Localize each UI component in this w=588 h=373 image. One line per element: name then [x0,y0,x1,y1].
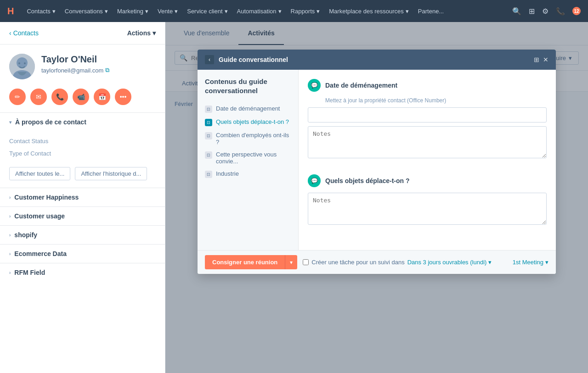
modal-window-actions: ⊞ ✕ [534,56,548,63]
follow-up-checkbox-label: Créer une tâche pour un suivi dans Dans … [303,259,492,266]
call-button[interactable]: 📞 [51,89,68,105]
question-notes-2[interactable] [308,193,547,225]
guide-item-quels[interactable]: ⊡ Quels objets déplace-t-on ? [205,116,291,129]
email-button[interactable]: ✉ [30,89,47,105]
question-input-1[interactable] [308,107,547,122]
customer-usage-label: Customer usage [14,212,65,220]
show-buttons: Afficher toutes le... Afficher l'histori… [0,167,165,188]
nav-marketplace[interactable]: Marketplace des ressources ▾ [329,8,409,15]
show-history-button[interactable]: Afficher l'historique d... [75,167,147,180]
modal-collapse-icon[interactable]: ‹ [205,55,214,64]
follow-up-checkbox[interactable] [303,259,309,265]
notification-badge[interactable]: 12 [572,7,581,15]
modal-expand-button[interactable]: ⊞ [534,56,539,63]
nav-service[interactable]: Service client ▾ [187,8,227,15]
follow-up-date-link[interactable]: Dans 3 jours ouvrables (lundi) ▾ [407,259,492,266]
customer-usage-section: › Customer usage [0,206,165,225]
video-button[interactable]: 📹 [73,89,89,105]
modal-footer: Consigner une réunion ▾ Créer une tâche … [198,250,556,274]
actions-button[interactable]: Actions ▾ [127,29,156,37]
shopify-section: › shopify [0,225,165,244]
guide-item-perspective[interactable]: ⊡ Cette perspective vous convie... [205,148,291,167]
modal-close-button[interactable]: ✕ [543,56,548,63]
guide-item-date[interactable]: ⊡ Date de déménagement [205,102,291,116]
modal-header: ‹ Guide conversationnel ⊞ ✕ [198,50,556,70]
nav-rapports[interactable]: Rapports ▾ [291,8,320,15]
contacts-breadcrumb[interactable]: ‹ Contacts [9,29,39,37]
guide-item-icon: ⊡ [205,119,212,126]
ecommerce-label: Ecommerce Data [14,250,67,257]
about-section-header[interactable]: ▾ À propos de ce contact [0,112,165,131]
field-label-type: Type of Contact [9,150,51,157]
modal-title: Guide conversationnel [219,56,529,63]
nav-marketing[interactable]: Marketing ▾ [117,8,148,15]
nav-conversations[interactable]: Conversations ▾ [65,8,108,15]
hubspot-logo: H [7,6,14,17]
svg-point-1 [17,57,28,68]
follow-up-text: Créer une tâche pour un suivi dans [311,259,404,266]
svg-point-4 [24,62,26,64]
guide-modal: ‹ Guide conversationnel ⊞ ✕ Contenus du … [198,50,556,274]
schedule-button[interactable]: 📅 [94,89,110,105]
question-icon-1: 💬 [308,79,321,92]
field-label-status: Contact Status [9,138,48,145]
nav-vente[interactable]: Vente ▾ [158,8,178,15]
question-notes-1[interactable] [308,126,547,158]
left-sidebar: ‹ Contacts Actions ▾ Tayl [0,22,165,373]
phone-icon[interactable]: 📞 [556,7,565,16]
action-icons-bar: ✏ ✉ 📞 📹 📅 ••• [0,89,165,112]
consign-reunion-button[interactable]: Consigner une réunion [205,255,285,269]
nav-contacts[interactable]: Contacts ▾ [27,8,55,15]
question-block-2: 💬 Quels objets déplace-t-on ? [308,174,547,230]
ecommerce-header[interactable]: › Ecommerce Data [0,245,165,263]
consign-dropdown-button[interactable]: ▾ [285,255,297,269]
search-icon[interactable]: 🔍 [512,7,521,16]
ecommerce-section: › Ecommerce Data [0,244,165,263]
meeting-link[interactable]: 1st Meeting ▾ [513,259,548,266]
guide-item-icon: ⊡ [205,151,212,159]
settings-icon[interactable]: ⚙ [542,7,548,16]
marketplace-icon[interactable]: ⊞ [529,7,535,16]
svg-point-3 [18,62,20,64]
customer-happiness-label: Customer Happiness [14,194,79,201]
customer-usage-header[interactable]: › Customer usage [0,207,165,225]
contact-name: Taylor O'Neil [41,54,109,65]
chevron-icon: › [9,270,11,275]
customer-happiness-section: › Customer Happiness [0,188,165,206]
question-title-2: Quels objets déplace-t-on ? [325,177,410,184]
edit-button[interactable]: ✏ [9,89,26,105]
guide-left-panel: Contenus du guide conversationnel ⊡ Date… [198,70,299,250]
avatar [9,54,35,79]
more-button[interactable]: ••• [115,89,131,105]
copy-email-icon[interactable]: ⧉ [105,67,109,74]
modal-overlay: ‹ Guide conversationnel ⊞ ✕ Contenus du … [165,22,588,373]
rfm-section: › RFM Field [0,263,165,282]
modal-body: Contenus du guide conversationnel ⊡ Date… [198,70,556,250]
question-block-1: 💬 Date de déménagement Mettez à jour la … [308,79,547,163]
nav-automatisation[interactable]: Automatisation ▾ [237,8,282,15]
about-section-title: À propos de ce contact [15,118,86,126]
question-title-1: Date de déménagement [325,82,397,89]
guide-item-icon: ⊡ [205,106,212,113]
contact-fields: Contact Status Type of Contact [0,131,165,167]
shopify-header[interactable]: › shopify [0,226,165,244]
question-subtitle-1: Mettez à jour la propriété contact (Offi… [325,97,547,104]
guide-item-industrie[interactable]: ⊡ Industrie [205,167,291,181]
guide-right-panel: 💬 Date de déménagement Mettez à jour la … [299,70,556,250]
guide-item-employes[interactable]: ⊡ Combien d'employés ont-ils ? [205,129,291,148]
field-contact-type: Type of Contact [9,147,156,160]
consign-button-group: Consigner une réunion ▾ [205,255,297,269]
chevron-icon: › [9,214,11,219]
rfm-label: RFM Field [14,269,45,276]
chevron-icon: ▾ [9,120,11,125]
contact-email: taylorfoneil@gmail.com ⧉ [41,67,109,74]
customer-happiness-header[interactable]: › Customer Happiness [0,188,165,206]
chevron-icon: › [9,251,11,256]
nav-partners[interactable]: Partene... [418,8,444,15]
nav-right-icons: 🔍 ⊞ ⚙ 📞 12 [512,7,581,16]
rfm-header[interactable]: › RFM Field [0,263,165,282]
show-all-properties-button[interactable]: Afficher toutes le... [9,167,70,180]
contact-info: Taylor O'Neil taylorfoneil@gmail.com ⧉ [0,45,165,89]
contact-details: Taylor O'Neil taylorfoneil@gmail.com ⧉ [41,54,109,74]
shopify-label: shopify [14,231,37,239]
